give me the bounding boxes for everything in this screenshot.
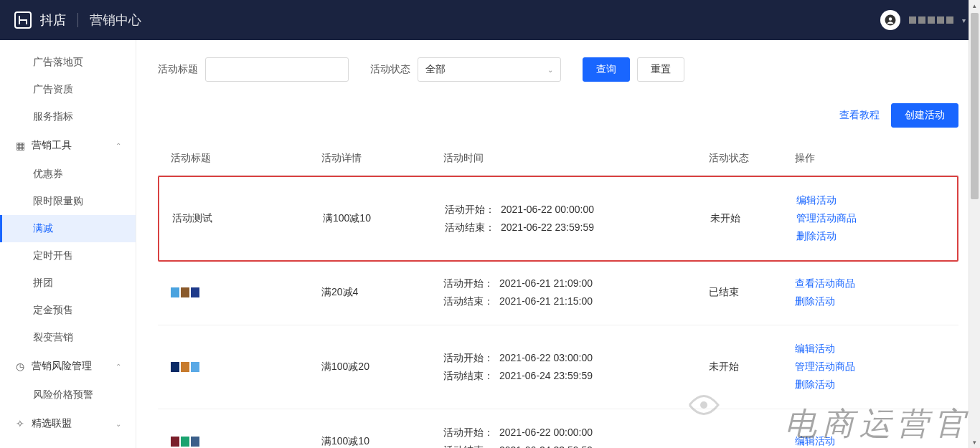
cell-time: 活动开始：2021-06-21 21:09:00活动结束：2021-06-21 … [443, 275, 709, 310]
sidebar-item[interactable]: 裂变营销 [0, 324, 136, 351]
sidebar-item[interactable]: 广告资质 [0, 76, 136, 103]
filter-title-input[interactable] [205, 57, 349, 82]
header-user-area[interactable]: ▾ [880, 10, 966, 30]
chevron-down-icon: ▾ [962, 16, 966, 24]
cell-detail: 满100减20 [321, 361, 443, 373]
action-link[interactable]: 编辑活动 [795, 432, 946, 448]
cell-detail: 满100减10 [321, 435, 443, 448]
sidebar-section-label: 营销工具 [32, 139, 72, 152]
sidebar-item[interactable]: 拼团 [0, 270, 136, 297]
chevron-down-icon: ⌄ [116, 420, 121, 428]
brand-name: 抖店 [40, 11, 66, 29]
table-row: 满100减20活动开始：2021-06-22 03:00:00活动结束：2021… [158, 325, 958, 409]
action-link[interactable]: 查看活动商品 [795, 275, 946, 292]
filter-status-value: 全部 [425, 63, 446, 76]
th-action: 操作 [795, 152, 946, 165]
cell-time: 活动开始：2021-06-22 00:00:00活动结束：2021-06-24 … [443, 424, 709, 449]
cell-title: 活动测试 [172, 212, 323, 225]
filter-title-label: 活动标题 [158, 63, 198, 76]
clock-icon: ◷ [14, 361, 26, 372]
activity-table: 活动标题 活动详情 活动时间 活动状态 操作 活动测试满100减10活动开始：2… [158, 142, 958, 448]
cell-status: 未开始 [710, 212, 796, 225]
cell-status: 未开始 [709, 361, 795, 373]
table-header-row: 活动标题 活动详情 活动时间 活动状态 操作 [158, 142, 958, 176]
sidebar-section-header[interactable]: ▦营销工具⌃ [0, 130, 136, 161]
table-row: 满20减4活动开始：2021-06-21 21:09:00活动结束：2021-0… [158, 260, 958, 325]
avatar-icon [880, 10, 900, 30]
svg-point-1 [889, 17, 892, 21]
action-link[interactable]: 编辑活动 [796, 191, 944, 209]
tutorial-link[interactable]: 查看教程 [839, 109, 880, 122]
chevron-up-icon: ⌃ [116, 142, 121, 150]
sidebar-item[interactable]: 限时限量购 [0, 188, 136, 215]
th-time: 活动时间 [443, 152, 709, 165]
title-redacted [171, 287, 321, 297]
sidebar-section-label: 营销风险管理 [32, 360, 92, 373]
create-activity-button[interactable]: 创建活动 [891, 103, 958, 128]
sidebar-item[interactable]: 优惠券 [0, 161, 136, 188]
th-detail: 活动详情 [321, 152, 443, 165]
action-link[interactable]: 编辑活动 [795, 340, 946, 358]
sidebar-item[interactable]: 广告落地页 [0, 49, 136, 76]
toolbar: 查看教程 创建活动 [158, 103, 958, 128]
cell-actions: 编辑活动管理活动商品删除活动 [795, 340, 946, 394]
top-header: 抖店 营销中心 ▾ [0, 0, 980, 40]
cell-actions: 编辑活动管理活动商品删除活动 [796, 191, 944, 246]
scroll-up-arrow-icon[interactable]: ▴ [969, 0, 980, 11]
logo-icon [14, 11, 32, 29]
sidebar-item[interactable]: 风险价格预警 [0, 381, 136, 409]
sidebar: 广告落地页广告资质服务指标▦营销工具⌃优惠券限时限量购满减定时开售拼团定金预售裂… [0, 40, 136, 448]
cell-time: 活动开始：2021-06-22 03:00:00活动结束：2021-06-24 … [443, 349, 709, 385]
query-button[interactable]: 查询 [583, 57, 630, 82]
sidebar-section-label: 精选联盟 [32, 417, 72, 430]
cell-status: 已结束 [709, 286, 795, 299]
th-title: 活动标题 [171, 152, 321, 165]
cell-detail: 满100减10 [323, 212, 445, 225]
sidebar-section-header[interactable]: ✧精选联盟⌄ [0, 409, 136, 439]
chevron-down-icon: ⌄ [547, 66, 553, 74]
page-title: 营销中心 [90, 11, 141, 29]
header-divider [77, 13, 78, 27]
cell-detail: 满20减4 [321, 286, 443, 299]
grid-icon: ▦ [14, 140, 26, 151]
sidebar-item[interactable]: 服务指标 [0, 103, 136, 130]
logo-area[interactable]: 抖店 [14, 11, 66, 29]
scroll-down-arrow-icon[interactable]: ▾ [969, 437, 980, 448]
sidebar-item[interactable]: 定金预售 [0, 297, 136, 324]
cell-actions: 查看活动商品删除活动 [795, 275, 946, 310]
action-link[interactable]: 管理活动商品 [795, 358, 946, 376]
table-row: 活动测试满100减10活动开始：2021-06-22 00:00:00活动结束：… [158, 176, 958, 262]
action-link[interactable]: 管理活动商品 [796, 209, 944, 227]
filter-bar: 活动标题 活动状态 全部 ⌄ 查询 重置 [158, 57, 958, 82]
star-icon: ✧ [14, 418, 26, 429]
cell-time: 活动开始：2021-06-22 00:00:00活动结束：2021-06-22 … [445, 201, 710, 237]
filter-status-select[interactable]: 全部 ⌄ [418, 57, 561, 82]
username-redacted [909, 16, 953, 24]
title-redacted [171, 437, 321, 447]
chevron-up-icon: ⌃ [116, 363, 121, 371]
scrollbar-thumb[interactable] [971, 13, 979, 199]
action-link[interactable]: 删除活动 [795, 292, 946, 310]
main-content: 活动标题 活动状态 全部 ⌄ 查询 重置 查看教程 创建活动 活动标题 活 [136, 40, 980, 448]
title-redacted [171, 362, 321, 372]
th-status: 活动状态 [709, 152, 795, 165]
sidebar-item[interactable]: 满减 [0, 215, 136, 242]
filter-status-label: 活动状态 [370, 63, 410, 76]
table-row: 满100减10活动开始：2021-06-22 00:00:00活动结束：2021… [158, 409, 958, 449]
cell-actions: 编辑活动 [795, 432, 946, 448]
action-link[interactable]: 删除活动 [795, 376, 946, 394]
sidebar-item[interactable]: 定时开售 [0, 242, 136, 270]
reset-button[interactable]: 重置 [637, 57, 684, 82]
action-link[interactable]: 删除活动 [796, 227, 944, 245]
sidebar-section-header[interactable]: ◷营销风险管理⌃ [0, 351, 136, 381]
vertical-scrollbar[interactable]: ▴ ▾ [969, 0, 980, 448]
